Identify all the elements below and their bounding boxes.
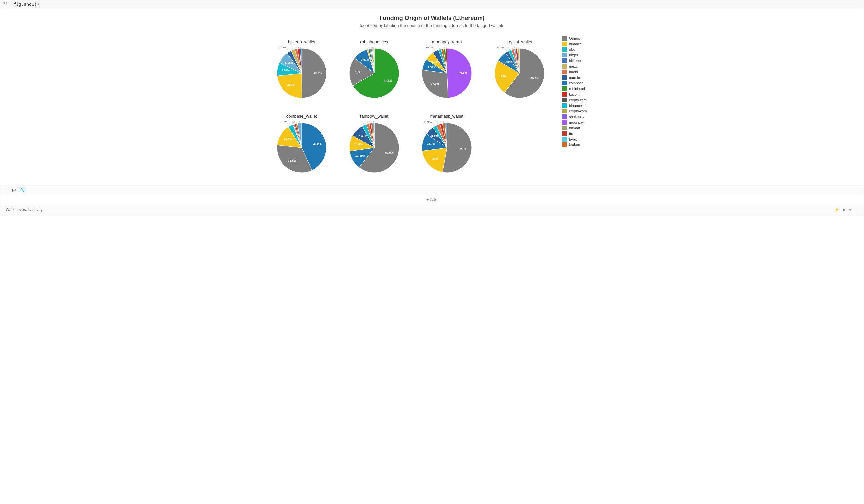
play-icon[interactable]: ▶ [842,208,845,212]
legend-label: binance [569,42,582,46]
legend-item: kraken [562,143,599,147]
pie-svg: 52.9%20%11.7%5.77%2.62%2.47%1.63%1.6%1.3… [420,121,473,175]
svg-text:3.33%: 3.33% [281,121,288,123]
svg-line-81 [369,121,370,123]
svg-text:3.02%: 3.02% [355,121,362,122]
svg-text:43.2%: 43.2% [313,143,322,146]
svg-text:1.98%: 1.98% [500,47,507,48]
pie-chart-wrapper: metamask_wallet52.9%20%11.7%5.77%2.62%2.… [410,111,483,179]
legend-color-box [562,120,567,125]
svg-line-37 [442,47,442,48]
svg-text:20%: 20% [432,157,438,160]
svg-line-19 [368,47,369,49]
legend-label: bybit [569,137,577,141]
svg-text:2.47%: 2.47% [428,121,436,122]
svg-line-39 [444,47,444,48]
footer-bar: Wallet overall activity ⚡ ▶ ∨ ··· [0,205,864,215]
svg-text:11.7%: 11.7% [427,142,436,146]
pie-chart-title: robinhood_cex [360,39,388,44]
footer-icons: ⚡ ▶ ∨ ··· [834,208,859,212]
chart-icon[interactable]: ⚡ [834,208,839,212]
legend-item: kucoin [562,92,599,97]
legend-item: bybit [562,137,599,142]
svg-text:66.5%: 66.5% [384,79,393,83]
legend-label: Others [569,36,580,40]
legend-label: crypto.com [569,98,587,102]
svg-line-67 [294,121,295,123]
svg-line-97 [443,121,443,123]
svg-line-79 [367,121,368,123]
svg-text:7.31%: 7.31% [428,66,436,69]
svg-text:10.6%: 10.6% [354,143,363,146]
line-number: 31 [3,2,8,6]
chart-title: Funding Origin of Wallets (Ethereum) [4,15,860,22]
svg-line-50 [511,47,512,49]
legend-color-box [562,126,567,130]
svg-line-35 [439,47,440,49]
svg-line-71 [299,121,300,122]
pie-chart-wrapper: moonpay_ramp49.3%27.9%7.31%5.93%3.97%1.8… [410,36,483,104]
svg-text:52.9%: 52.9% [459,147,467,151]
svg-line-65 [293,121,294,124]
legend-item: robinhood [562,86,599,91]
svg-line-52 [514,47,515,48]
svg-line-10 [298,47,298,48]
svg-text:2.62%: 2.62% [424,121,432,124]
legend-item: gate.io [562,75,599,80]
legend-color-box [562,98,567,102]
pie-chart-wrapper: krystal_wallet60.5%23%6.91%2.22%1.98%1.7… [483,36,556,104]
legend-label: moonpay [569,120,584,124]
svg-line-8 [295,47,296,49]
svg-line-6 [291,47,293,49]
legend-item: binance [562,41,599,46]
svg-line-91 [432,123,434,126]
legend-color-box [562,109,567,113]
svg-text:23%: 23% [501,75,507,78]
svg-line-46 [505,49,507,51]
legend-label: robinhood [569,87,585,91]
svg-text:2.6%: 2.6% [285,47,291,47]
svg-text:2.84%: 2.84% [279,47,287,49]
svg-line-33 [434,48,435,51]
svg-text:23.5%: 23.5% [287,84,295,87]
bottom-bar: → px fig [0,185,864,194]
legend-item: crypto-com [562,109,599,113]
pie-svg: 49.3%27.9%7.31%5.93%3.97%1.8%1.55%1.3%0.… [420,47,473,101]
legend-label: bitmart [569,126,580,130]
legend-color-box [562,53,567,58]
add-cell-label: + Add [427,197,437,202]
chevron-down-icon[interactable]: ∨ [849,208,852,212]
legend-color-box [562,114,567,119]
svg-line-93 [436,121,438,124]
legend-label: binanceus [569,103,586,108]
notebook-cell: 31 fig.show() Funding Origin of Wallets … [0,0,864,215]
svg-text:33.5%: 33.5% [288,159,297,162]
svg-line-48 [508,47,509,50]
legend-label: crypto-com [569,109,587,113]
legend-color-box [562,86,567,91]
legend-item: okx [562,47,599,52]
legend-label: kucoin [569,93,579,96]
svg-text:60.5%: 60.5% [530,76,539,80]
more-icon[interactable]: ··· [855,208,859,212]
pie-chart-title: metamask_wallet [430,114,463,119]
legend-label: ftx [569,132,573,136]
svg-line-83 [371,121,372,122]
svg-line-95 [440,121,441,123]
pie-svg: 60.5%23%6.91%2.22%1.98%1.73%1.23%1.23%1.… [493,47,546,101]
svg-text:3.97%: 3.97% [425,47,433,49]
charts-grid: bitkeep_wallet49.9%23.5%8.67%8.08%2.84%2… [265,36,556,179]
svg-text:9.63%: 9.63% [361,58,369,61]
svg-text:27.9%: 27.9% [431,82,439,85]
svg-text:8.67%: 8.67% [281,69,290,72]
footer-text: Wallet overall activity [5,208,43,212]
legend-item: mexc [562,64,599,69]
code-line: 31 fig.show() [0,0,864,8]
legend-container: Others binance okx bitget bitkeep mexc h… [556,36,599,147]
pie-chart-title: rainbow_wallet [360,114,388,119]
legend-item: bitmart [562,126,599,130]
legend-label: shakepay [569,115,585,119]
svg-line-21 [370,47,370,48]
add-cell[interactable]: + Add [0,194,864,205]
svg-line-4 [287,49,289,51]
